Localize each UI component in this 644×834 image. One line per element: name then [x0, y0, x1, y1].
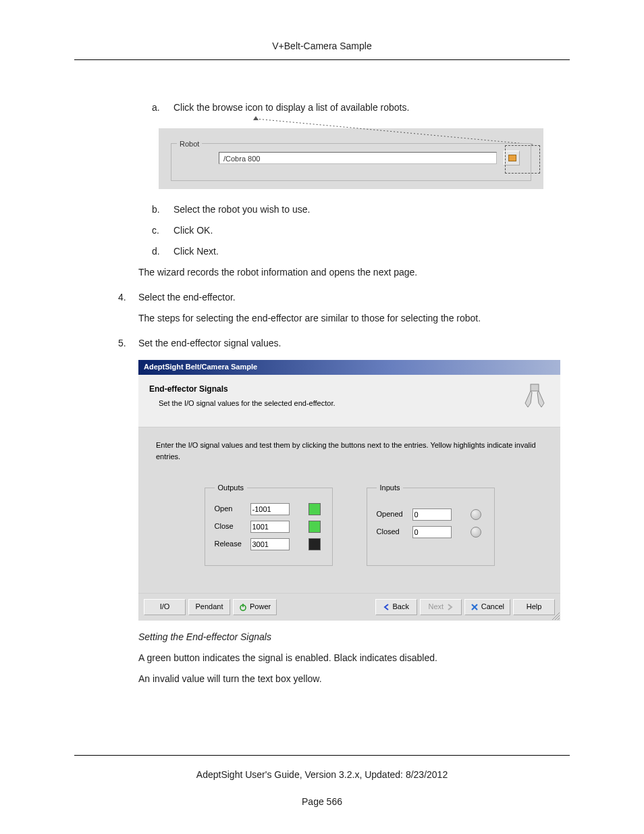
gripper-icon	[521, 383, 548, 410]
sublist-letter: c.	[152, 224, 165, 238]
sublist-letter: d.	[152, 244, 165, 259]
sublist-letter: b.	[152, 203, 165, 217]
wizard-titlebar: AdeptSight Belt/Camera Sample	[138, 360, 560, 375]
pendant-button[interactable]: Pendant	[188, 599, 230, 615]
num-label: 4.	[118, 290, 130, 305]
input-closed-label: Closed	[377, 526, 407, 538]
output-release-indicator[interactable]	[308, 538, 321, 550]
input-opened-input[interactable]	[412, 509, 452, 521]
document-page: V+Belt-Camera Sample a. Click the browse…	[0, 0, 644, 834]
content-area: a. Click the browse icon to display a li…	[74, 101, 570, 686]
wizard-header-subtitle: Set the I/O signal values for the select…	[149, 395, 549, 409]
sublist-item-b: b. Select the robot you wish to use.	[152, 203, 563, 217]
wizard-footer-right: Back Next Cancel	[375, 599, 555, 615]
sublist-text: Click OK.	[173, 224, 213, 238]
numbered-item-4: 4. Select the end-effector.	[118, 290, 563, 305]
callout-highlight-box	[505, 145, 540, 174]
sublist-cont: b. Select the robot you wish to use. c. …	[138, 203, 563, 259]
robot-fieldset: Robot /Cobra 800	[171, 143, 531, 181]
signal-groups: Outputs Open Close Release	[156, 482, 543, 566]
wizard-header-title: End-effector Signals	[149, 383, 549, 395]
inputs-legend: Inputs	[377, 482, 404, 494]
output-release-row: Release	[215, 538, 323, 550]
header-title: V+Belt-Camera Sample	[272, 41, 371, 51]
wizard-footer-left: I/O Pendant Power	[144, 599, 277, 615]
figure-caption: Setting the End-effector Signals	[138, 630, 563, 644]
output-release-input[interactable]	[250, 538, 290, 550]
num-label: 5.	[118, 336, 130, 350]
io-button[interactable]: I/O	[144, 599, 186, 615]
input-closed-input[interactable]	[412, 526, 452, 538]
next-button[interactable]: Next	[420, 599, 462, 615]
cancel-button[interactable]: Cancel	[464, 599, 510, 615]
output-release-label: Release	[215, 538, 245, 550]
wizard-title-text: AdeptSight Belt/Camera Sample	[144, 363, 257, 371]
chevron-right-icon	[446, 604, 453, 610]
power-icon	[239, 603, 247, 611]
paragraph-yellow: An invalid value will turn the text box …	[138, 672, 563, 686]
resize-grip-icon[interactable]	[551, 611, 560, 621]
output-open-row: Open	[215, 503, 323, 515]
output-open-input[interactable]	[250, 503, 290, 515]
svg-line-8	[558, 618, 560, 620]
outputs-legend: Outputs	[215, 482, 248, 494]
output-close-label: Close	[215, 521, 245, 532]
output-open-label: Open	[215, 503, 245, 515]
callout-arrow	[253, 115, 533, 146]
outputs-fieldset: Outputs Open Close Release	[205, 482, 333, 566]
svg-rect-1	[531, 384, 539, 391]
robot-legend: Robot	[177, 138, 202, 150]
input-opened-label: Opened	[377, 509, 407, 520]
paragraph-4-detail: The steps for selecting the end-effector…	[138, 311, 563, 325]
numbered-item-5: 5. Set the end-effector signal values.	[118, 336, 563, 350]
help-button[interactable]: Help	[513, 599, 555, 615]
svg-line-7	[555, 615, 560, 620]
page-header: V+Belt-Camera Sample	[74, 41, 570, 60]
sublist-text: Click Next.	[173, 244, 219, 259]
sublist-letter: a.	[152, 101, 165, 115]
sublist-text: Select the robot you wish to use.	[173, 203, 310, 217]
wizard-body-pane: Enter the I/O signal values and test the…	[138, 427, 560, 594]
close-icon	[471, 603, 479, 611]
sublist-item-c: c. Click OK.	[152, 224, 563, 238]
wizard-footer-pane: I/O Pendant Power	[138, 594, 560, 621]
num-text: Select the end-effector.	[138, 290, 236, 305]
paragraph-green: A green button indicates the signal is e…	[138, 651, 563, 665]
input-opened-indicator[interactable]	[471, 509, 481, 520]
sublist-item-a: a. Click the browse icon to display a li…	[152, 101, 563, 115]
output-close-input[interactable]	[250, 521, 290, 533]
robot-value-input[interactable]: /Cobra 800	[219, 152, 497, 164]
footer-page-number: Page 566	[74, 796, 570, 807]
footer-line1: AdeptSight User's Guide, Version 3.2.x, …	[74, 769, 570, 780]
output-close-row: Close	[215, 521, 323, 533]
chevron-left-icon	[383, 604, 390, 610]
num-text: Set the end-effector signal values.	[138, 336, 281, 350]
input-closed-row: Closed	[377, 526, 485, 538]
input-opened-row: Opened	[377, 509, 485, 521]
robot-browse-figure: Robot /Cobra 800	[159, 128, 543, 189]
sublist-text: Click the browse icon to display a list …	[173, 101, 409, 115]
power-button[interactable]: Power	[233, 599, 277, 615]
page-footer: AdeptSight User's Guide, Version 3.2.x, …	[74, 755, 570, 807]
paragraph-after-sublist: The wizard records the robot information…	[138, 265, 563, 280]
wizard-dialog: AdeptSight Belt/Camera Sample End-effect…	[138, 360, 560, 621]
svg-line-0	[256, 119, 533, 145]
input-closed-indicator[interactable]	[471, 527, 481, 538]
output-open-indicator[interactable]	[308, 503, 321, 515]
wizard-header-pane: End-effector Signals Set the I/O signal …	[138, 375, 560, 427]
inputs-fieldset: Inputs Opened Closed	[367, 482, 495, 566]
sublist-item-d: d. Click Next.	[152, 244, 563, 259]
wizard-body-instructions: Enter the I/O signal values and test the…	[156, 440, 543, 462]
sublist: a. Click the browse icon to display a li…	[138, 101, 563, 115]
back-button[interactable]: Back	[375, 599, 417, 615]
output-close-indicator[interactable]	[308, 521, 321, 533]
